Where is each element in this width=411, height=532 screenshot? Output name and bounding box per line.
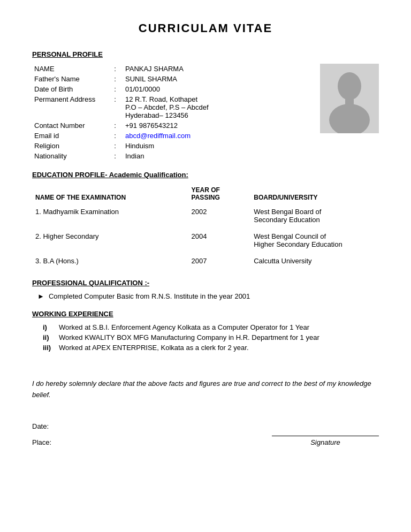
edu-row: 1. Madhyamik Examination 2002 West Benga… [32, 203, 379, 228]
photo-placeholder [320, 64, 379, 133]
date-label: Date: [32, 422, 379, 430]
edu-exam: 1. Madhyamik Examination [32, 203, 188, 228]
personal-profile-section: PERSONAL PROFILE NAME : PANKAJ SHARMA Fa… [32, 50, 379, 161]
signature-section: Date: Place: Signature [32, 422, 379, 446]
place-label: Place: [32, 438, 51, 446]
profile-field-value: abcd@rediffmail.com [123, 131, 309, 141]
profile-field-colon: : [107, 141, 123, 151]
profile-field-value: PANKAJ SHARMA [123, 64, 309, 74]
professional-heading: PROFESSIONAL QUALIFICATION :- [32, 279, 379, 287]
svg-point-1 [338, 72, 361, 100]
working-list: i)Worked at S.B.I. Enforcement Agency Ko… [43, 323, 379, 352]
working-item-text: Worked KWALITY BOX MFG Manufacturing Com… [59, 333, 319, 341]
profile-field-value: +91 9876543212 [123, 120, 309, 131]
profile-field-colon: : [107, 151, 123, 161]
profile-field-colon: : [107, 131, 123, 141]
edu-column-header: BOARD/UNIVERSITY [250, 184, 379, 203]
profile-field-value: 01/01/0000 [123, 84, 309, 94]
working-item-text: Worked at APEX ENTERPRISE, Kolkata as a … [59, 344, 249, 352]
profile-field-label: Date of Birth [32, 84, 107, 94]
edu-year: 2004 [188, 228, 251, 253]
education-section: EDUCATION PROFILE- Academic Qualificatio… [32, 171, 379, 269]
signature-label: Signature [272, 438, 379, 446]
edu-column-header: NAME OF THE EXAMINATION [32, 184, 188, 203]
edu-year: 2002 [188, 203, 251, 228]
profile-table: NAME : PANKAJ SHARMA Father's Name : SUN… [32, 64, 309, 161]
email-link[interactable]: abcd@rediffmail.com [125, 132, 191, 140]
professional-list: ►Completed Computer Basic from R.N.S. In… [37, 292, 379, 300]
profile-field-label: Permanent Address [32, 94, 107, 120]
working-item-label: ii) [43, 333, 59, 341]
profile-field-label: Nationality [32, 151, 107, 161]
personal-profile-heading: PERSONAL PROFILE [32, 50, 379, 58]
education-heading: EDUCATION PROFILE- Academic Qualificatio… [32, 171, 379, 179]
working-section: WORKING EXPERIENCE i)Worked at S.B.I. En… [32, 310, 379, 352]
svg-rect-3 [345, 98, 354, 105]
profile-field-label: Religion [32, 141, 107, 151]
profile-field-label: NAME [32, 64, 107, 74]
profile-field-colon: : [107, 74, 123, 84]
profile-field-label: Email id [32, 131, 107, 141]
profile-field-colon: : [107, 94, 123, 120]
profile-field-label: Father's Name [32, 74, 107, 84]
profile-field-colon: : [107, 84, 123, 94]
working-item: ii)Worked KWALITY BOX MFG Manufacturing … [43, 333, 379, 341]
education-table: NAME OF THE EXAMINATIONYEAR OFPASSINGBOA… [32, 184, 379, 269]
declaration: I do hereby solemnly declare that the ab… [32, 378, 379, 401]
working-item-label: iii) [43, 344, 59, 352]
edu-row: 3. B.A (Hons.) 2007 Calcutta University [32, 253, 379, 269]
profile-field-label: Contact Number [32, 120, 107, 131]
edu-row: 2. Higher Secondary 2004 West Bengal Cou… [32, 228, 379, 253]
signature-area: Signature [272, 436, 379, 446]
edu-column-header: YEAR OFPASSING [188, 184, 251, 203]
edu-board: West Bengal Council ofHigher Secondary E… [250, 228, 379, 253]
professional-item-text: Completed Computer Basic from R.N.S. Ins… [49, 292, 250, 300]
profile-field-colon: : [107, 64, 123, 74]
edu-board: Calcutta University [250, 253, 379, 269]
working-item-label: i) [43, 323, 59, 331]
profile-field-value: Hinduism [123, 141, 309, 151]
edu-year: 2007 [188, 253, 251, 269]
professional-item: ►Completed Computer Basic from R.N.S. In… [37, 292, 379, 300]
edu-exam: 2. Higher Secondary [32, 228, 188, 253]
working-item: iii)Worked at APEX ENTERPRISE, Kolkata a… [43, 344, 379, 352]
profile-field-value: Indian [123, 151, 309, 161]
working-item: i)Worked at S.B.I. Enforcement Agency Ko… [43, 323, 379, 331]
edu-board: West Bengal Board ofSecondary Education [250, 203, 379, 228]
edu-exam: 3. B.A (Hons.) [32, 253, 188, 269]
working-item-text: Worked at S.B.I. Enforcement Agency Kolk… [59, 323, 309, 331]
working-heading: WORKING EXPERIENCE [32, 310, 379, 318]
profile-field-value: SUNIL SHARMA [123, 74, 309, 84]
profile-field-colon: : [107, 120, 123, 131]
page-title: CURRICULAM VITAE [32, 21, 379, 35]
profile-field-value: 12 R.T. Road, KothapetP.O – Abcdef, P.S … [123, 94, 309, 120]
professional-section: PROFESSIONAL QUALIFICATION :- ►Completed… [32, 279, 379, 300]
arrow-icon: ► [37, 292, 44, 300]
